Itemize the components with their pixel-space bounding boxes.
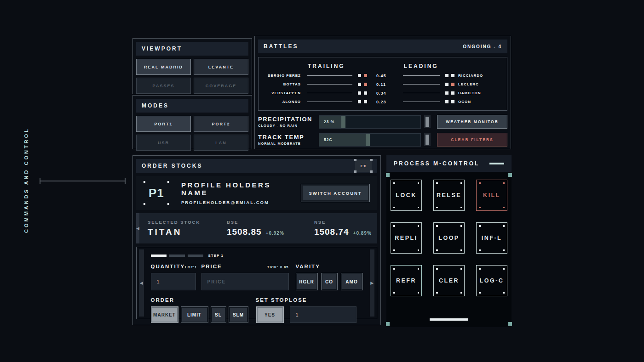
lot-label: LOT:1 xyxy=(185,265,197,269)
process-button-log-c[interactable]: LOG-C xyxy=(476,265,507,296)
modes-button-usb[interactable]: USB xyxy=(136,135,191,151)
chevron-left-icon: ◀ xyxy=(140,281,143,285)
minimize-icon[interactable] xyxy=(489,163,504,164)
order-type-slm-button[interactable]: SLM xyxy=(229,306,248,323)
corner-dot xyxy=(479,207,481,209)
process-button-refr[interactable]: REFR xyxy=(391,265,422,296)
corner-dot xyxy=(167,181,169,183)
viewport-panel-title: VIEWPORT xyxy=(136,42,248,56)
battle-gap-value: 0.45 xyxy=(376,74,397,78)
profile-email: PROFILEHOLDER@EMIAL.COM xyxy=(181,200,301,205)
button-label: LAN xyxy=(215,141,227,145)
viewport-button-passes[interactable]: PASSES xyxy=(136,78,191,94)
corner-dot xyxy=(418,268,420,270)
quantity-label: QUANTITY xyxy=(151,264,185,269)
process-button-loop[interactable]: LOOP xyxy=(433,222,465,254)
teal-corner-marker xyxy=(386,322,390,326)
status-square xyxy=(364,91,367,95)
viewport-button-coverage[interactable]: COVERAGE xyxy=(194,78,248,94)
status-square xyxy=(451,74,454,77)
status-square xyxy=(451,83,454,86)
button-label: PORT1 xyxy=(154,122,172,126)
button-label: REAL MADRID xyxy=(144,65,183,69)
order-stocks-panel: ORDER STOCKS EX P1 PROFILE HOLDERS NAME … xyxy=(132,155,381,325)
battle-line xyxy=(403,102,440,102)
status-square xyxy=(364,100,367,103)
corner-dot xyxy=(503,207,505,209)
corner-dot xyxy=(393,249,395,251)
precipitation-progress-bar[interactable]: 23 % xyxy=(319,115,421,129)
modes-button-lan[interactable]: LAN xyxy=(194,135,248,151)
process-button-cler[interactable]: CLER xyxy=(433,265,465,296)
form-controls-row: MARKET LIMIT SL SLM YES xyxy=(151,306,363,323)
battles-status-badge: ONGOING - 4 xyxy=(463,44,502,49)
metric-subtitle: NORMAL-MODERATE xyxy=(258,142,319,146)
corner-dot xyxy=(479,225,481,227)
button-label: SL xyxy=(215,312,222,317)
varity-label: VARITY xyxy=(296,264,320,269)
progress-value: 23 % xyxy=(324,119,334,124)
track-temp-metric: TRACK TEMP NORMAL-MODERATE 52C CLEAR FIL… xyxy=(258,133,507,147)
button-label: USB xyxy=(158,141,169,145)
corner-dot xyxy=(418,207,420,209)
button-label: RELSE xyxy=(437,192,461,198)
viewport-button-levante[interactable]: LEVANTE xyxy=(194,59,248,75)
varity-button-rglr[interactable]: RGLR xyxy=(296,273,318,290)
varity-button-amo[interactable]: AMO xyxy=(341,273,363,290)
leading-header: LEADING xyxy=(404,63,438,69)
track-temp-progress-bar[interactable]: 52C xyxy=(319,133,421,147)
stoploss-yes-toggle[interactable]: YES xyxy=(256,306,284,323)
process-button-inf-l[interactable]: INF-L xyxy=(476,222,507,254)
leading-driver-name: LECLERC xyxy=(458,82,501,86)
process-button-lock[interactable]: LOCK xyxy=(391,180,422,211)
corner-dot xyxy=(436,207,438,209)
battle-line xyxy=(307,84,352,85)
status-square xyxy=(358,100,361,103)
order-type-market-button[interactable]: MARKET xyxy=(151,306,178,323)
button-label: COVERAGE xyxy=(206,84,237,88)
quantity-input[interactable] xyxy=(151,273,196,290)
clear-filters-button[interactable]: CLEAR FILTERS xyxy=(437,133,507,147)
modes-button-port2[interactable]: PORT2 xyxy=(194,116,248,132)
process-button-relse[interactable]: RELSE xyxy=(433,180,465,211)
status-square xyxy=(358,83,361,86)
button-label: LEVANTE xyxy=(208,65,234,69)
avatar-initials: P1 xyxy=(149,186,164,200)
varity-button-co[interactable]: CO xyxy=(321,273,338,290)
stoploss-input[interactable] xyxy=(290,306,356,323)
viewport-button-real-madrid[interactable]: REAL MADRID xyxy=(136,59,191,75)
expand-button[interactable]: EX xyxy=(355,160,372,172)
battle-line xyxy=(307,102,352,102)
corner-dot xyxy=(479,182,481,184)
corner-dot xyxy=(503,268,505,270)
process-button-kill[interactable]: KILL xyxy=(476,180,507,211)
form-labels-row2: ORDER SET STOPLOSE xyxy=(151,297,363,303)
dimension-line-cap xyxy=(40,178,40,184)
order-type-limit-button[interactable]: LIMIT xyxy=(181,306,208,323)
button-label: MARKET xyxy=(153,312,176,317)
precipitation-slider-handle[interactable] xyxy=(424,115,431,128)
stock-prev-arrow[interactable]: ◀ xyxy=(136,213,139,243)
teal-corner-marker xyxy=(508,173,512,177)
order-form-content: STEP 1 QUANTITY LOT:1 PRICE TICK: 0.05 V… xyxy=(144,249,370,317)
corner-dot xyxy=(393,182,395,184)
corner-dot xyxy=(503,182,505,184)
status-square xyxy=(445,91,448,95)
step-bar xyxy=(169,255,185,257)
form-next-arrow[interactable]: ▶ xyxy=(370,249,375,317)
button-label: CLER xyxy=(439,277,459,284)
corner-dot xyxy=(460,182,462,184)
order-type-sl-button[interactable]: SL xyxy=(211,306,226,323)
corner-square xyxy=(370,170,373,173)
price-input[interactable] xyxy=(201,273,289,290)
order-label: ORDER xyxy=(151,297,256,303)
status-square xyxy=(364,83,367,86)
button-label: AMO xyxy=(345,279,357,284)
modes-button-port1[interactable]: PORT1 xyxy=(136,116,191,132)
switch-account-button[interactable]: SWITCH ACCOUNT xyxy=(301,184,370,202)
process-button-repli[interactable]: REPLI xyxy=(391,222,422,254)
track-temp-slider-handle[interactable] xyxy=(424,133,431,146)
weather-monitor-button[interactable]: WEATHER MONITOR xyxy=(437,115,507,129)
form-prev-arrow[interactable]: ◀ xyxy=(139,249,144,317)
drag-handle-bar[interactable] xyxy=(430,318,468,321)
